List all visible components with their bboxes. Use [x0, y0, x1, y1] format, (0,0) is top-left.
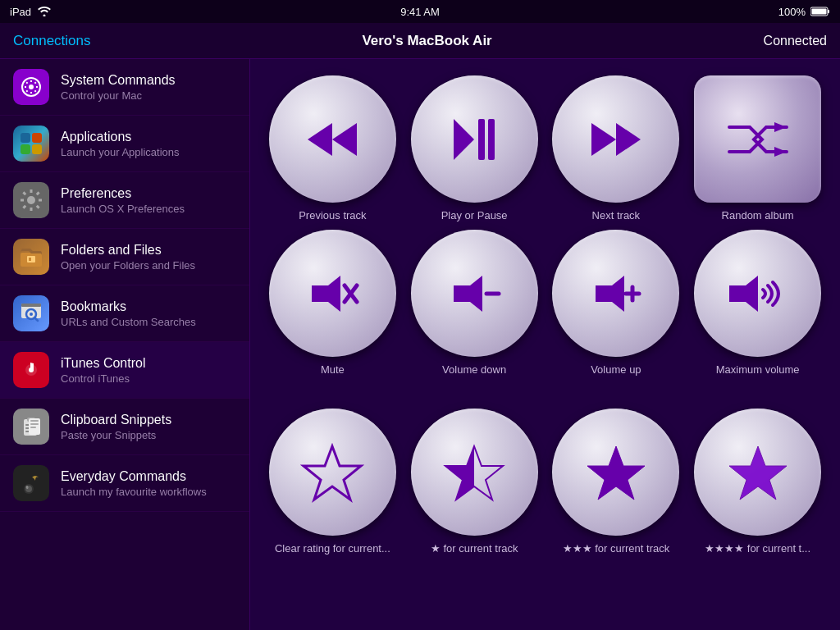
rating-row: Clear rating for current... ★ for curren…	[267, 409, 824, 555]
apps-text: Applications Launch your Applications	[61, 130, 180, 158]
bookmarks-icon	[13, 295, 49, 331]
next-track-button[interactable]: Next track	[550, 75, 682, 221]
play-pause-circle[interactable]	[411, 75, 538, 203]
apps-subtitle: Launch your Applications	[61, 146, 180, 158]
three-star-button[interactable]: ★★★ for current track	[550, 409, 682, 555]
one-star-circle[interactable]	[411, 409, 538, 536]
volume-up-button[interactable]: Volume up	[550, 230, 682, 376]
svg-rect-8	[32, 144, 42, 154]
clipboard-icon	[13, 409, 49, 445]
mute-circle[interactable]	[269, 230, 396, 357]
clear-rating-label: Clear rating for current...	[275, 542, 390, 555]
battery-icon	[810, 7, 830, 16]
next-track-circle[interactable]	[552, 75, 679, 203]
prev-track-label: Previous track	[299, 209, 366, 221]
max-volume-button[interactable]: Maximum volume	[692, 230, 824, 376]
svg-rect-29	[30, 427, 36, 428]
itunes-text: iTunes Control Control iTunes	[61, 356, 145, 385]
sidebar-item-preferences[interactable]: Preferences Launch OS X Preferences	[0, 172, 249, 229]
svg-marker-34	[332, 123, 357, 156]
connected-label: Connected	[764, 34, 827, 48]
svg-marker-47	[596, 276, 624, 312]
apps-title: Applications	[61, 130, 180, 144]
mute-label: Mute	[321, 363, 345, 376]
itunes-icon	[13, 352, 49, 388]
battery-label: 100%	[778, 6, 806, 18]
clear-rating-button[interactable]: Clear rating for current...	[267, 409, 399, 555]
svg-rect-14	[21, 304, 41, 307]
sidebar-item-itunes[interactable]: iTunes Control Control iTunes	[0, 342, 249, 399]
wifi-icon	[38, 7, 51, 16]
svg-marker-33	[308, 123, 332, 156]
svg-point-17	[30, 313, 33, 316]
carrier-label: iPad	[10, 6, 31, 18]
sidebar-item-system[interactable]: System Commands Control your Mac	[0, 59, 249, 116]
bookmarks-title: Bookmarks	[61, 299, 196, 314]
svg-rect-28	[30, 423, 39, 425]
svg-rect-12	[29, 258, 31, 261]
svg-marker-35	[454, 119, 474, 160]
connections-button[interactable]: Connections	[13, 33, 91, 49]
bookmarks-subtitle: URLs and Custom Searches	[61, 316, 196, 328]
one-star-label: ★ for current track	[431, 542, 518, 555]
sidebar-item-everyday[interactable]: Everyday Commands Launch my favourite wo…	[0, 455, 249, 512]
sidebar-item-clipboard[interactable]: Clipboard Snippets Paste your Snippets	[0, 399, 249, 455]
svg-rect-37	[488, 119, 495, 160]
random-album-button[interactable]: Random album	[692, 75, 824, 221]
svg-rect-36	[478, 119, 485, 160]
volume-down-button[interactable]: Volume down	[409, 230, 541, 376]
svg-marker-41	[774, 147, 787, 157]
everyday-title: Everyday Commands	[61, 469, 207, 484]
four-star-button[interactable]: ★★★★ for current t...	[692, 409, 824, 555]
system-title: System Commands	[61, 73, 176, 88]
clipboard-subtitle: Paste your Snippets	[61, 429, 171, 441]
prev-track-circle[interactable]	[269, 75, 396, 203]
nav-bar: Connections Vero's MacBook Air Connected	[0, 23, 840, 59]
bookmarks-text: Bookmarks URLs and Custom Searches	[61, 299, 196, 328]
system-text: System Commands Control your Mac	[61, 73, 176, 102]
max-volume-circle[interactable]	[694, 230, 821, 357]
spacer	[267, 384, 824, 400]
volume-down-circle[interactable]	[411, 230, 538, 357]
random-album-square[interactable]	[694, 75, 821, 203]
play-pause-label: Play or Pause	[441, 209, 508, 221]
prefs-title: Preferences	[61, 186, 185, 201]
svg-rect-6	[32, 133, 42, 143]
random-album-label: Random album	[722, 209, 794, 221]
main-layout: System Commands Control your Mac Applica…	[0, 59, 840, 630]
max-volume-label: Maximum volume	[716, 363, 800, 376]
three-star-label: ★★★ for current track	[563, 542, 670, 555]
status-left: iPad	[10, 6, 51, 18]
svg-marker-39	[616, 123, 641, 156]
sidebar-item-applications[interactable]: Applications Launch your Applications	[0, 116, 249, 172]
playback-row: Previous track Play or Pause	[267, 75, 824, 221]
sidebar-item-bookmarks[interactable]: Bookmarks URLs and Custom Searches	[0, 285, 249, 342]
clear-rating-circle[interactable]	[269, 409, 396, 536]
svg-rect-5	[21, 133, 30, 143]
sidebar-item-folders[interactable]: Folders and Files Open your Folders and …	[0, 229, 249, 285]
prev-track-button[interactable]: Previous track	[267, 75, 399, 221]
mute-button[interactable]: Mute	[267, 230, 399, 376]
svg-marker-45	[454, 276, 482, 312]
play-pause-button[interactable]: Play or Pause	[409, 75, 541, 221]
folders-title: Folders and Files	[61, 243, 195, 258]
nav-title: Vero's MacBook Air	[362, 33, 491, 49]
folders-subtitle: Open your Folders and Files	[61, 259, 195, 272]
everyday-subtitle: Launch my favourite workflows	[61, 486, 207, 498]
folders-icon	[13, 239, 49, 275]
volume-up-circle[interactable]	[552, 230, 679, 357]
svg-point-9	[27, 196, 35, 204]
clipboard-text: Clipboard Snippets Paste your Snippets	[61, 413, 171, 441]
svg-marker-42	[312, 276, 340, 312]
three-star-circle[interactable]	[552, 409, 679, 536]
one-star-button[interactable]: ★ for current track	[409, 409, 541, 555]
sidebar: System Commands Control your Mac Applica…	[0, 59, 250, 630]
next-track-label: Next track	[592, 209, 641, 221]
four-star-circle[interactable]	[694, 409, 821, 536]
apps-icon	[13, 126, 49, 162]
itunes-subtitle: Control iTunes	[61, 372, 145, 385]
svg-rect-7	[21, 144, 30, 154]
svg-rect-2	[812, 9, 827, 15]
svg-marker-56	[729, 446, 787, 500]
four-star-label: ★★★★ for current t...	[705, 542, 810, 555]
